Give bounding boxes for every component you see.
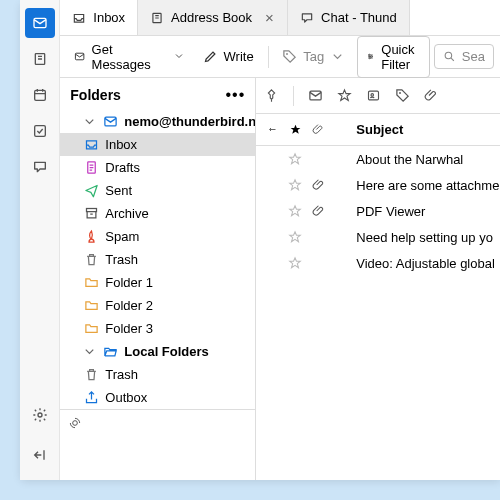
close-icon[interactable]: × <box>265 9 274 26</box>
tab-addressbook[interactable]: Address Book × <box>138 0 288 35</box>
archive-icon <box>84 206 99 221</box>
message-row[interactable]: Video: Adjustable global <box>256 250 500 276</box>
filter-icon <box>366 49 375 64</box>
space-calendar[interactable] <box>25 80 55 110</box>
tab-bar: Inbox Address Book × Chat - Thund <box>60 0 500 36</box>
folder-icon <box>84 298 99 313</box>
outbox-icon <box>84 390 99 405</box>
tag-button[interactable]: Tag <box>274 44 353 69</box>
chat-icon <box>300 11 314 25</box>
spam-icon <box>84 229 99 244</box>
folder-name: Spam <box>105 229 139 244</box>
star-icon[interactable] <box>288 178 302 192</box>
account-row[interactable]: Local Folders <box>60 340 255 363</box>
mail-icon <box>74 49 85 64</box>
space-tasks[interactable] <box>25 116 55 146</box>
folder-name: Drafts <box>105 160 140 175</box>
chevron-down-icon <box>82 344 97 359</box>
settings-button[interactable] <box>25 400 55 430</box>
unread-filter-icon[interactable] <box>308 88 323 103</box>
tab-label: Inbox <box>93 10 125 25</box>
folder-name: Trash <box>105 367 138 382</box>
account-name: nemo@thunderbird.net <box>124 114 255 129</box>
star-icon[interactable] <box>288 152 302 166</box>
get-messages-button[interactable]: Get Messages <box>66 37 162 77</box>
folder-row[interactable]: Folder 3 <box>60 317 255 340</box>
account-icon <box>103 114 118 129</box>
message-pane: Subject About the NarwhalHere are some a… <box>256 78 500 480</box>
message-subject: Here are some attachme <box>336 178 499 193</box>
quick-filter-button[interactable]: Quick Filter <box>357 36 430 78</box>
folder-name: Archive <box>105 206 148 221</box>
quick-filter-bar <box>256 78 500 114</box>
pin-icon[interactable] <box>264 88 279 103</box>
attachment-filter-icon[interactable] <box>424 88 439 103</box>
sync-icon[interactable] <box>68 416 82 430</box>
tab-label: Address Book <box>171 10 252 25</box>
folder-row[interactable]: Trash <box>60 248 255 271</box>
folder-row[interactable]: Sent <box>60 179 255 202</box>
folder-row[interactable]: Inbox <box>60 133 255 156</box>
subject-column-header[interactable]: Subject <box>336 122 403 137</box>
mail-toolbar: Get Messages Write Tag Quick Filter Sea <box>60 36 500 78</box>
tab-chat[interactable]: Chat - Thund <box>288 0 410 35</box>
trash-icon <box>84 252 99 267</box>
star-filter-icon[interactable] <box>337 88 352 103</box>
attachment-icon <box>312 204 326 218</box>
message-subject: Need help setting up yo <box>336 230 493 245</box>
folder-row[interactable]: Archive <box>60 202 255 225</box>
thread-column-icon[interactable] <box>267 124 279 136</box>
message-subject: About the Narwhal <box>336 152 463 167</box>
message-subject: Video: Adjustable global <box>336 256 495 271</box>
star-column-icon[interactable] <box>289 123 302 136</box>
chevron-down-icon <box>330 49 345 64</box>
star-icon[interactable] <box>288 256 302 270</box>
spaces-toolbar <box>20 0 60 480</box>
space-addressbook[interactable] <box>25 44 55 74</box>
star-icon[interactable] <box>288 230 302 244</box>
space-chat[interactable] <box>25 152 55 182</box>
account-row[interactable]: nemo@thunderbird.net <box>60 110 255 133</box>
folder-pane: Folders ••• nemo@thunderbird.netInboxDra… <box>60 78 256 480</box>
inbox-icon <box>72 11 86 25</box>
trash-icon <box>84 367 99 382</box>
tag-icon <box>282 49 297 64</box>
message-row[interactable]: About the Narwhal <box>256 146 500 172</box>
folder-row[interactable]: Outbox <box>60 386 255 409</box>
folder-name: Outbox <box>105 390 147 405</box>
star-icon[interactable] <box>288 204 302 218</box>
tab-inbox[interactable]: Inbox <box>60 0 138 35</box>
message-row[interactable]: Here are some attachme <box>256 172 500 198</box>
folder-name: Folder 1 <box>105 275 153 290</box>
write-button[interactable]: Write <box>195 44 262 69</box>
message-row[interactable]: Need help setting up yo <box>256 224 500 250</box>
collapse-spaces-button[interactable] <box>25 440 55 470</box>
pencil-icon <box>203 49 218 64</box>
folder-pane-menu[interactable]: ••• <box>225 86 245 104</box>
folder-row[interactable]: Folder 2 <box>60 294 255 317</box>
message-row[interactable]: PDF Viewer <box>256 198 500 224</box>
folder-name: Folder 3 <box>105 321 153 336</box>
tab-label: Chat - Thund <box>321 10 397 25</box>
folder-row[interactable]: Folder 1 <box>60 271 255 294</box>
account-icon <box>103 344 118 359</box>
sent-icon <box>84 183 99 198</box>
space-mail[interactable] <box>25 8 55 38</box>
contact-filter-icon[interactable] <box>366 88 381 103</box>
addressbook-icon <box>150 11 164 25</box>
account-name: Local Folders <box>124 344 209 359</box>
get-messages-dropdown[interactable] <box>167 43 191 71</box>
tag-filter-icon[interactable] <box>395 88 410 103</box>
search-input[interactable]: Sea <box>434 44 494 69</box>
attachment-column-icon[interactable] <box>312 123 325 136</box>
folder-row[interactable]: Trash <box>60 363 255 386</box>
inbox-icon <box>84 137 99 152</box>
attachment-icon <box>312 178 326 192</box>
draft-icon <box>84 160 99 175</box>
message-subject: PDF Viewer <box>336 204 425 219</box>
folder-row[interactable]: Spam <box>60 225 255 248</box>
status-bar <box>60 409 255 435</box>
message-list-header: Subject <box>256 114 500 146</box>
folder-row[interactable]: Drafts <box>60 156 255 179</box>
folder-icon <box>84 321 99 336</box>
